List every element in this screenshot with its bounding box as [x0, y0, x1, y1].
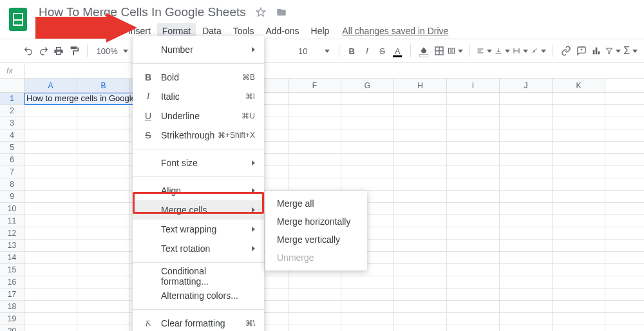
- menu-alt-colors[interactable]: Alternating colors...: [133, 286, 264, 305]
- wrap-button[interactable]: [513, 43, 528, 59]
- menu-underline[interactable]: UUnderline⌘U: [133, 106, 264, 126]
- cell[interactable]: [77, 154, 130, 166]
- cell[interactable]: [500, 178, 553, 190]
- row-header[interactable]: 1: [0, 93, 24, 104]
- cell[interactable]: [394, 203, 447, 214]
- cell[interactable]: [77, 215, 130, 227]
- row-header[interactable]: 9: [0, 191, 24, 202]
- cell[interactable]: [394, 215, 447, 227]
- row-header[interactable]: 6: [0, 154, 24, 166]
- menu-addons[interactable]: Add-ons: [260, 23, 304, 39]
- cell[interactable]: [77, 203, 130, 214]
- menu-conditional[interactable]: Conditional formatting...: [133, 267, 264, 286]
- menu-edit[interactable]: Edit: [65, 23, 91, 39]
- cell[interactable]: [77, 227, 130, 239]
- cell[interactable]: [289, 117, 341, 129]
- menu-fontsize[interactable]: Font size: [133, 153, 264, 173]
- row-header[interactable]: 4: [0, 129, 24, 141]
- cell[interactable]: [553, 240, 605, 251]
- cell[interactable]: [24, 117, 77, 129]
- fill-color-button[interactable]: [417, 43, 430, 59]
- cell[interactable]: [394, 301, 447, 312]
- cell[interactable]: [24, 313, 77, 325]
- cell[interactable]: [24, 276, 77, 288]
- star-icon[interactable]: [255, 6, 267, 18]
- cell[interactable]: [500, 325, 553, 331]
- cell[interactable]: [394, 276, 447, 288]
- row-header[interactable]: 5: [0, 142, 24, 153]
- row-header[interactable]: 11: [0, 215, 24, 227]
- cell[interactable]: [341, 288, 394, 300]
- bold-button[interactable]: B: [345, 43, 358, 59]
- row-header[interactable]: 12: [0, 227, 24, 239]
- merge-horizontally[interactable]: Merge horizontally: [265, 213, 367, 231]
- cell[interactable]: [394, 154, 447, 166]
- cell[interactable]: [77, 313, 130, 325]
- cell[interactable]: [24, 178, 77, 190]
- redo-button[interactable]: [37, 43, 50, 59]
- cell[interactable]: [447, 313, 500, 325]
- col-header[interactable]: A: [24, 79, 77, 92]
- row-header[interactable]: 16: [0, 276, 24, 288]
- cell[interactable]: [77, 301, 130, 312]
- merge-all[interactable]: Merge all: [265, 194, 367, 213]
- menu-view[interactable]: View: [92, 23, 122, 39]
- cell[interactable]: [24, 264, 77, 276]
- cell[interactable]: [500, 203, 553, 214]
- cell[interactable]: [24, 154, 77, 166]
- row-header[interactable]: 18: [0, 301, 24, 312]
- cell[interactable]: [500, 288, 553, 300]
- cell[interactable]: [553, 301, 605, 312]
- cell[interactable]: [447, 93, 500, 104]
- col-header[interactable]: F: [289, 79, 341, 92]
- cell[interactable]: [553, 276, 605, 288]
- cell[interactable]: [500, 252, 553, 263]
- cell[interactable]: [77, 191, 130, 202]
- cell[interactable]: [341, 105, 394, 117]
- cell[interactable]: [77, 240, 130, 251]
- cell[interactable]: [553, 105, 605, 117]
- col-header[interactable]: K: [553, 79, 605, 92]
- italic-button[interactable]: I: [361, 43, 374, 59]
- cell[interactable]: [24, 203, 77, 214]
- cell[interactable]: [289, 129, 341, 141]
- cell[interactable]: [24, 166, 77, 178]
- cell[interactable]: [447, 264, 500, 276]
- row-header[interactable]: 10: [0, 203, 24, 214]
- menu-file[interactable]: File: [39, 23, 64, 39]
- cell[interactable]: [77, 129, 130, 141]
- row-header[interactable]: 17: [0, 288, 24, 300]
- zoom-selector[interactable]: 100%: [94, 46, 131, 56]
- cell[interactable]: [394, 142, 447, 153]
- cell[interactable]: [447, 117, 500, 129]
- cell[interactable]: [500, 105, 553, 117]
- cell[interactable]: [341, 129, 394, 141]
- save-status[interactable]: All changes saved in Drive: [342, 26, 448, 36]
- select-all-corner[interactable]: [0, 79, 24, 92]
- cell[interactable]: [341, 93, 394, 104]
- cell[interactable]: [341, 276, 394, 288]
- merge-button[interactable]: [448, 43, 463, 59]
- cell[interactable]: [500, 276, 553, 288]
- cell[interactable]: [77, 276, 130, 288]
- row-header[interactable]: 14: [0, 252, 24, 263]
- cell[interactable]: [553, 117, 605, 129]
- rotate-button[interactable]: A: [531, 43, 546, 59]
- menu-strike[interactable]: SStrikethrough⌘+Shift+X: [133, 126, 264, 145]
- cell[interactable]: [394, 178, 447, 190]
- cell[interactable]: [447, 191, 500, 202]
- filter-button[interactable]: [605, 43, 621, 59]
- menu-bold[interactable]: BBold⌘B: [133, 68, 264, 87]
- cell[interactable]: [289, 166, 341, 178]
- cell[interactable]: [500, 93, 553, 104]
- cell[interactable]: [553, 166, 605, 178]
- cell[interactable]: [447, 129, 500, 141]
- cell[interactable]: [77, 117, 130, 129]
- cell[interactable]: [289, 288, 341, 300]
- cell[interactable]: [447, 276, 500, 288]
- borders-button[interactable]: [433, 43, 446, 59]
- cell[interactable]: [289, 301, 341, 312]
- cell[interactable]: [553, 313, 605, 325]
- cell[interactable]: [500, 154, 553, 166]
- cell[interactable]: [289, 178, 341, 190]
